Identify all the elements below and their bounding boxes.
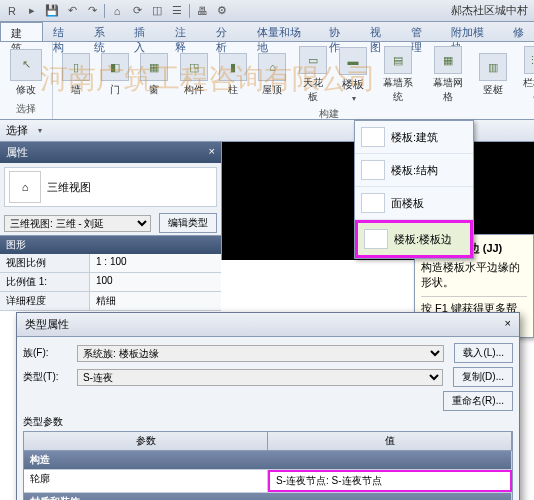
- chevron-down-icon: ▾: [352, 94, 356, 103]
- edit-type-button[interactable]: 编辑类型: [159, 213, 217, 233]
- print-icon[interactable]: 🖶: [193, 2, 211, 20]
- slab-icon: [361, 193, 385, 213]
- column-icon: ▮: [219, 53, 247, 81]
- dd-floor-struct[interactable]: 楼板:结构: [355, 154, 473, 187]
- railing-button[interactable]: ⋮⋮栏杆扶手: [513, 44, 534, 106]
- slab-icon: [361, 127, 385, 147]
- undo-icon[interactable]: ↶: [63, 2, 81, 20]
- curtain-grid-button[interactable]: ▦幕墙网格: [424, 44, 472, 106]
- tab-collaborate[interactable]: 协作: [319, 22, 360, 41]
- ceiling-icon: ▭: [299, 46, 327, 74]
- separator: [104, 4, 105, 18]
- select-group-label: 选择: [4, 101, 48, 117]
- dd-floor-arch[interactable]: 楼板:建筑: [355, 121, 473, 154]
- column-button[interactable]: ▮柱: [214, 44, 251, 106]
- door-button[interactable]: ◧门: [96, 44, 133, 106]
- prop-row: 详细程度精细: [0, 292, 221, 311]
- prop-row: 视图比例1 : 100: [0, 254, 221, 273]
- cube-icon[interactable]: ◫: [148, 2, 166, 20]
- component-button[interactable]: ◳构件: [175, 44, 212, 106]
- section-material: 材质和装饰: [24, 493, 512, 500]
- settings-icon[interactable]: ⚙: [213, 2, 231, 20]
- more-icon[interactable]: ☰: [168, 2, 186, 20]
- tab-analyze[interactable]: 分析: [206, 22, 247, 41]
- tab-insert[interactable]: 插入: [124, 22, 165, 41]
- chevron-down-icon[interactable]: ▾: [38, 126, 42, 135]
- slab-icon: [361, 160, 385, 180]
- properties-panel: 属性× ⌂ 三维视图 三维视图: 三维 - 刘延 编辑类型 图形 视图比例1 :…: [0, 142, 222, 260]
- window-icon: ▦: [140, 53, 168, 81]
- tab-annotate[interactable]: 注释: [165, 22, 206, 41]
- sync-icon[interactable]: ⟳: [128, 2, 146, 20]
- wall-icon: ▯: [62, 53, 90, 81]
- curtain-icon: ▤: [384, 46, 412, 74]
- rename-button[interactable]: 重命名(R)...: [443, 391, 513, 411]
- graphics-header: 图形: [0, 236, 221, 254]
- tab-system[interactable]: 系统: [84, 22, 125, 41]
- redo-icon[interactable]: ↷: [83, 2, 101, 20]
- ribbon: ↖ 修改 选择 ▯墙 ◧门 ▦窗 ◳构件 ▮柱 ⌂屋顶 ▭天花板 ▬楼板▾ ▤幕…: [0, 42, 534, 120]
- rename-row: 重命名(R)...: [23, 391, 513, 411]
- profile-value[interactable]: S-连夜节点: S-连夜节点: [268, 470, 512, 492]
- floor-dropdown: 楼板:建筑 楼板:结构 面楼板 楼板:楼板边: [354, 120, 474, 259]
- tab-massing[interactable]: 体量和场地: [247, 22, 319, 41]
- tab-manage[interactable]: 管理: [401, 22, 442, 41]
- grid-icon: ▦: [434, 46, 462, 74]
- floor-button[interactable]: ▬楼板▾: [334, 44, 371, 106]
- view-combo[interactable]: 三维视图: 三维 - 刘延: [4, 215, 151, 232]
- properties-grid: 图形 视图比例1 : 100 比例值 1:100 详细程度精细: [0, 235, 221, 311]
- tab-addins[interactable]: 附加模块: [441, 22, 503, 41]
- tooltip-body: 构造楼板水平边缘的形状。: [421, 260, 527, 290]
- slab-edge-icon: [364, 229, 388, 249]
- dd-floor-face[interactable]: 面楼板: [355, 187, 473, 220]
- type-properties-dialog: 类型属性× 族(F): 系统族: 楼板边缘 载入(L)... 类型(T): S-…: [16, 312, 520, 500]
- param-row-profile: 轮廓S-连夜节点: S-连夜节点: [24, 470, 512, 493]
- curtain-system-button[interactable]: ▤幕墙系统: [374, 44, 422, 106]
- roof-button[interactable]: ⌂屋顶: [254, 44, 291, 106]
- properties-title: 属性×: [0, 142, 221, 163]
- col-param: 参数: [24, 432, 268, 450]
- dialog-body: 族(F): 系统族: 楼板边缘 载入(L)... 类型(T): S-连夜 复制(…: [17, 337, 519, 500]
- properties-type-selector[interactable]: ⌂ 三维视图: [4, 167, 217, 207]
- dd-floor-edge[interactable]: 楼板:楼板边: [355, 220, 473, 258]
- window-title: 郝杰社区城中村: [451, 3, 532, 18]
- app-icon[interactable]: R: [3, 2, 21, 20]
- wall-button[interactable]: ▯墙: [57, 44, 94, 106]
- save-icon[interactable]: 💾: [43, 2, 61, 20]
- view-type-label: 三维视图: [47, 180, 91, 195]
- modify-button[interactable]: ↖ 修改: [4, 44, 48, 101]
- ceiling-button[interactable]: ▭天花板: [293, 44, 332, 106]
- ribbon-group-build: ▯墙 ◧门 ▦窗 ◳构件 ▮柱 ⌂屋顶 ▭天花板 ▬楼板▾ ▤幕墙系统 ▦幕墙网…: [53, 42, 534, 119]
- mullion-button[interactable]: ▥竖梃: [474, 44, 511, 106]
- cursor-icon: ↖: [10, 49, 42, 81]
- ribbon-tabs: 建筑 结构 系统 插入 注释 分析 体量和场地 协作 视图 管理 附加模块 修: [0, 22, 534, 42]
- tab-view[interactable]: 视图: [360, 22, 401, 41]
- component-icon: ◳: [180, 53, 208, 81]
- railing-icon: ⋮⋮: [524, 46, 534, 74]
- window-button[interactable]: ▦窗: [136, 44, 173, 106]
- home-icon: ⌂: [9, 171, 41, 203]
- family-label: 族(F):: [23, 346, 71, 360]
- tab-modify[interactable]: 修: [503, 22, 534, 41]
- ribbon-group-modify: ↖ 修改 选择: [0, 42, 53, 119]
- open-icon[interactable]: ▸: [23, 2, 41, 20]
- params-grid: 参数 值 构造 轮廓S-连夜节点: S-连夜节点 材质和装饰 材质GZ-混凝土 …: [23, 431, 513, 500]
- type-row: 类型(T): S-连夜 复制(D)...: [23, 367, 513, 387]
- nav-icon[interactable]: ⌂: [108, 2, 126, 20]
- family-select[interactable]: 系统族: 楼板边缘: [77, 345, 444, 362]
- select-label: 选择: [6, 123, 28, 138]
- grid-header: 参数 值: [24, 432, 512, 451]
- type-select[interactable]: S-连夜: [77, 369, 443, 386]
- tab-structure[interactable]: 结构: [43, 22, 84, 41]
- close-icon[interactable]: ×: [505, 317, 511, 332]
- close-icon[interactable]: ×: [209, 145, 215, 160]
- view-combo-row: 三维视图: 三维 - 刘延 编辑类型: [0, 211, 221, 235]
- floor-icon: ▬: [339, 47, 367, 75]
- prop-row: 比例值 1:100: [0, 273, 221, 292]
- door-icon: ◧: [101, 53, 129, 81]
- load-button[interactable]: 载入(L)...: [454, 343, 513, 363]
- copy-button[interactable]: 复制(D)...: [453, 367, 513, 387]
- dialog-title: 类型属性×: [17, 313, 519, 337]
- tab-architecture[interactable]: 建筑: [0, 22, 43, 41]
- quick-access-toolbar: R ▸ 💾 ↶ ↷ ⌂ ⟳ ◫ ☰ 🖶 ⚙ 郝杰社区城中村: [0, 0, 534, 22]
